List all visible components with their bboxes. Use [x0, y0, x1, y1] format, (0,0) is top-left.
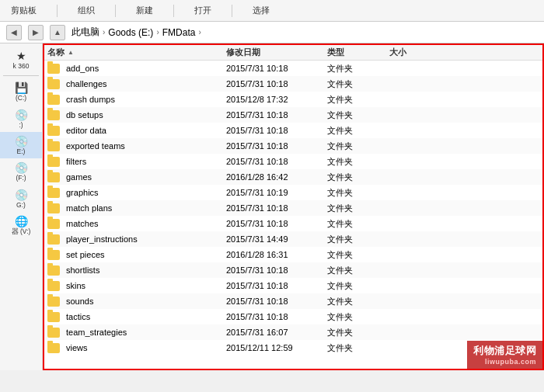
table-row[interactable]: challenges 2015/7/31 10:18 文件夹	[44, 76, 542, 92]
file-date: 2015/7/31 10:18	[226, 203, 327, 213]
table-row[interactable]: set pieces 2016/1/28 16:31 文件夹	[44, 247, 542, 262]
file-date: 2015/7/31 10:18	[226, 126, 327, 135]
toolbar-new[interactable]: 新建	[131, 3, 158, 18]
table-row[interactable]: add_ons 2015/7/31 10:18 文件夹	[44, 61, 542, 76]
file-date: 2015/7/31 10:18	[226, 219, 327, 228]
drive-v-icon: 🌐	[15, 215, 28, 227]
sidebar-item-f[interactable]: 💿 (F:)	[0, 158, 42, 185]
file-date: 2015/7/31 10:18	[226, 312, 327, 321]
arrow-2: ›	[156, 28, 159, 36]
file-name-cell: add_ons	[47, 64, 226, 74]
k360-icon: ★	[16, 50, 26, 62]
sidebar-item-d[interactable]: 💿 :)	[0, 106, 42, 132]
folder-icon	[47, 234, 60, 245]
header-type[interactable]: 类型	[327, 47, 389, 58]
file-name: exported teams	[66, 141, 125, 151]
folder-icon	[47, 219, 60, 229]
up-button[interactable]: ▲	[50, 25, 65, 40]
file-date: 2015/12/8 17:32	[226, 95, 327, 104]
header-size[interactable]: 大小	[389, 47, 436, 58]
header-name[interactable]: 名称 ▲	[47, 47, 226, 58]
table-row[interactable]: db setups 2015/7/31 10:18 文件夹	[44, 107, 542, 123]
file-name-cell: crash dumps	[47, 95, 226, 105]
folder-icon	[47, 265, 60, 276]
drive-d-icon: 💿	[15, 109, 28, 121]
file-date: 2015/7/31 14:49	[226, 234, 327, 244]
file-type: 文件夹	[327, 125, 389, 137]
watermark: 利物浦足球网 liwupuba.com	[467, 341, 542, 369]
toolbar-divider-3	[173, 5, 174, 17]
file-name: set pieces	[66, 250, 105, 259]
table-row[interactable]: shortlists 2015/7/31 10:18 文件夹	[44, 262, 542, 278]
sidebar-item-c[interactable]: 💾 (C:)	[0, 78, 42, 105]
watermark-sub: liwupuba.com	[473, 358, 536, 366]
sidebar-item-e[interactable]: 💿 E:)	[0, 132, 42, 158]
forward-button[interactable]: ▶	[28, 25, 44, 40]
file-date: 2015/7/31 10:18	[226, 297, 327, 306]
file-name: challenges	[66, 79, 107, 88]
toolbar-select[interactable]: 选择	[248, 3, 274, 18]
file-name-cell: set pieces	[47, 250, 226, 260]
table-row[interactable]: sounds 2015/7/31 10:18 文件夹	[44, 293, 542, 309]
address-folder[interactable]: FMData	[162, 27, 196, 38]
header-date[interactable]: 修改日期	[226, 47, 327, 58]
file-type: 文件夹	[327, 234, 389, 245]
folder-icon	[47, 203, 60, 213]
file-name: graphics	[66, 188, 99, 197]
folder-icon	[47, 95, 60, 105]
table-row[interactable]: editor data 2015/7/31 10:18 文件夹	[44, 123, 542, 138]
back-button[interactable]: ◀	[6, 25, 22, 40]
file-name-cell: team_strategies	[47, 328, 226, 338]
file-name: crash dumps	[66, 95, 115, 104]
table-row[interactable]: matches 2015/7/31 10:18 文件夹	[44, 216, 542, 231]
file-date: 2015/7/31 10:18	[226, 110, 327, 120]
file-type: 文件夹	[327, 249, 389, 261]
file-name: team_strategies	[66, 328, 127, 337]
folder-icon	[47, 188, 60, 198]
table-row[interactable]: filters 2015/7/31 10:18 文件夹	[44, 154, 542, 169]
file-name: views	[66, 343, 88, 352]
table-row[interactable]: team_strategies 2015/7/31 16:07 文件夹	[44, 324, 542, 340]
table-row[interactable]: graphics 2015/7/31 10:19 文件夹	[44, 185, 542, 200]
sidebar-item-v[interactable]: 🌐 器 (V:)	[0, 212, 42, 238]
file-type: 文件夹	[327, 78, 389, 90]
table-row[interactable]: match plans 2015/7/31 10:18 文件夹	[44, 200, 542, 216]
sidebar-item-k360[interactable]: ★ k 360	[0, 47, 42, 73]
watermark-text: 利物浦足球网	[473, 344, 536, 358]
sidebar-separator	[3, 75, 39, 76]
file-type: 文件夹	[327, 296, 389, 307]
toolbar-organize[interactable]: 组织	[73, 3, 99, 18]
file-name: tactics	[66, 312, 90, 321]
sidebar: ★ k 360 💾 (C:) 💿 :) 💿 E:) 💿 (F:) 💿 G:) 🌐…	[0, 43, 43, 370]
table-row[interactable]: skins 2015/7/31 10:18 文件夹	[44, 278, 542, 293]
sidebar-item-g[interactable]: 💿 G:)	[0, 186, 42, 212]
file-type: 文件夹	[327, 280, 389, 292]
file-date: 2016/1/28 16:42	[226, 172, 327, 182]
file-name-cell: skins	[47, 281, 226, 291]
file-date: 2015/7/31 16:07	[226, 328, 327, 337]
table-row[interactable]: crash dumps 2015/12/8 17:32 文件夹	[44, 92, 542, 107]
folder-icon	[47, 110, 60, 120]
table-row[interactable]: player_instructions 2015/7/31 14:49 文件夹	[44, 231, 542, 247]
file-date: 2015/7/31 10:18	[226, 141, 327, 151]
file-type: 文件夹	[327, 156, 389, 168]
file-type: 文件夹	[327, 311, 389, 323]
table-row[interactable]: tactics 2015/7/31 10:18 文件夹	[44, 309, 542, 324]
file-type: 文件夹	[327, 140, 389, 152]
file-type: 文件夹	[327, 187, 389, 199]
folder-icon	[47, 281, 60, 291]
address-path[interactable]: 此电脑 › Goods (E:) › FMData ›	[71, 26, 203, 39]
address-drive[interactable]: Goods (E:)	[108, 27, 153, 38]
file-name: player_instructions	[66, 234, 138, 244]
toolbar-open[interactable]: 打开	[190, 3, 216, 18]
table-row[interactable]: games 2016/1/28 16:42 文件夹	[44, 169, 542, 185]
file-type: 文件夹	[327, 265, 389, 276]
file-name: match plans	[66, 203, 112, 213]
drive-g-icon: 💿	[15, 189, 28, 201]
address-computer[interactable]: 此电脑	[71, 26, 99, 39]
table-row[interactable]: exported teams 2015/7/31 10:18 文件夹	[44, 138, 542, 154]
toolbar: 剪贴板 组织 新建 打开 选择	[0, 0, 544, 22]
folder-icon	[47, 64, 60, 74]
toolbar-clipboard[interactable]: 剪贴板	[6, 3, 41, 18]
folder-icon	[47, 157, 60, 167]
